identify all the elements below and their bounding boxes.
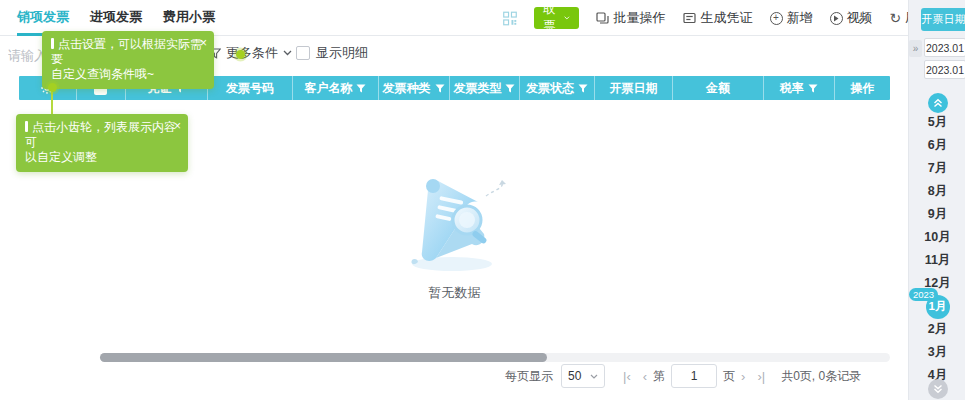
column-invoice-kind-label: 发票种类 [383, 80, 431, 97]
caret-down-icon [590, 374, 598, 379]
filter-icon[interactable] [808, 84, 818, 93]
guide-dot [236, 50, 245, 59]
close-icon[interactable]: × [200, 36, 207, 51]
column-invoice-type[interactable]: 发票类型 [450, 76, 521, 100]
month-item[interactable]: 6月 [909, 134, 965, 157]
per-page-label: 每页显示 [505, 368, 553, 385]
chevrons-down-icon [933, 384, 943, 394]
batch-actions-button[interactable]: 批量操作 [596, 9, 666, 27]
qr-scan-icon[interactable] [503, 11, 517, 25]
month-item[interactable]: 9月 [909, 203, 965, 226]
first-page-button[interactable]: |‹ [623, 369, 631, 384]
batch-actions-label: 批量操作 [614, 9, 666, 27]
column-invoice-date-label: 开票日期 [609, 80, 657, 97]
guide-connector-line [51, 92, 53, 114]
horizontal-scrollbar-thumb[interactable] [100, 353, 547, 362]
column-invoice-date[interactable]: 开票日期 [595, 76, 673, 100]
scroll-months-down-button[interactable] [928, 379, 948, 399]
per-page-select[interactable]: 50 [561, 364, 605, 388]
show-detail-label: 显示明细 [316, 44, 368, 62]
year-badge: 2023 [909, 288, 938, 301]
voucher-icon [683, 11, 697, 25]
column-invoice-status[interactable]: 发票状态 [520, 76, 595, 100]
caret-down-icon [564, 15, 570, 21]
column-invoice-no-label: 发票号码 [226, 80, 274, 97]
batch-icon [596, 11, 610, 25]
get-ticket-label: 取票 [543, 1, 559, 35]
tooltip-text: 自定义查询条件哦~ [51, 67, 154, 81]
guide-dot [48, 83, 57, 92]
more-conditions-button[interactable]: 更多条件 [210, 44, 292, 62]
per-page-value: 50 [568, 369, 581, 383]
column-operation: 操作 [835, 76, 890, 100]
column-amount[interactable]: 金额 [673, 76, 764, 100]
page-suffix-label: 页 [723, 368, 735, 385]
last-page-button[interactable]: ›| [757, 369, 765, 384]
column-customer[interactable]: 客户名称 [293, 76, 379, 100]
column-amount-label: 金额 [706, 80, 730, 97]
month-item[interactable]: 2月 [909, 318, 965, 341]
records-summary: 共0页, 0条记录 [781, 368, 861, 385]
empty-state-text: 暂无数据 [19, 284, 890, 302]
refresh-icon: ↻ [890, 10, 902, 26]
close-icon[interactable]: × [174, 119, 181, 134]
filter-icon[interactable] [505, 84, 515, 93]
filter-icon[interactable] [356, 84, 366, 93]
tooltip-text: 以自定义调整 [25, 150, 97, 164]
generate-voucher-button[interactable]: 生成凭证 [683, 9, 753, 27]
scroll-months-up-button[interactable] [928, 93, 948, 113]
video-icon [830, 12, 843, 25]
month-item[interactable]: 11月 [909, 249, 965, 272]
next-page-button[interactable]: › [741, 369, 745, 384]
invoice-page: 销项发票 进项发票 费用小票 [0, 0, 965, 400]
show-detail-toggle[interactable]: 显示明细 [296, 44, 368, 62]
show-detail-checkbox[interactable] [296, 46, 310, 60]
month-item[interactable]: 3月 [909, 341, 965, 364]
add-new-button[interactable]: + 新增 [770, 9, 813, 27]
tooltip-accent-bar [51, 38, 54, 49]
column-invoice-status-label: 发票状态 [526, 80, 574, 97]
guide-tooltip-search: 点击设置，可以根据实际需要 自定义查询条件哦~ × [42, 31, 214, 89]
tooltip-text: 点击小齿轮，列表展示内容可 [25, 120, 176, 149]
invoice-date-title-button[interactable]: 开票日期 [921, 8, 965, 31]
guide-tooltip-gear: 点击小齿轮，列表展示内容可 以自定义调整 × [16, 114, 188, 172]
more-conditions-label: 更多条件 [226, 44, 278, 62]
month-list: 5月 6月 7月 8月 9月 10月 11月 12月 1月 2月 3月 4月 [909, 111, 965, 387]
column-tax-rate-label: 税率 [780, 80, 804, 97]
horizontal-scrollbar-track[interactable] [100, 353, 890, 362]
date-start-field[interactable]: 2023.01 [924, 38, 965, 57]
column-invoice-type-label: 发票类型 [453, 80, 501, 97]
video-button[interactable]: 视频 [830, 9, 873, 27]
date-end-field[interactable]: 2023.01 [924, 60, 965, 79]
collapse-panel-handle[interactable]: » [909, 40, 922, 57]
prev-page-button[interactable]: ‹ [643, 369, 647, 384]
column-tax-rate[interactable]: 税率 [764, 76, 835, 100]
filter-icon[interactable] [435, 84, 445, 93]
pagination: 每页显示 50 |‹ ‹ 第 页 › ›| 共0页, 0条记录 [505, 362, 861, 390]
add-new-label: 新增 [787, 9, 813, 27]
empty-illustration [390, 172, 520, 276]
column-invoice-no[interactable]: 发票号码 [208, 76, 294, 100]
invoice-date-panel: 开票日期 » 2023.01 2023.01 5月 6月 7月 8月 9月 10… [908, 0, 965, 400]
empty-state: 暂无数据 [19, 172, 890, 302]
column-invoice-kind[interactable]: 发票种类 [379, 76, 450, 100]
plus-icon: + [770, 12, 783, 25]
month-item[interactable]: 7月 [909, 157, 965, 180]
month-item[interactable]: 8月 [909, 180, 965, 203]
page-number-input[interactable] [671, 364, 717, 388]
page-prefix-label: 第 [653, 368, 665, 385]
toolbar: 取票 批量操作 [503, 0, 931, 36]
generate-voucher-label: 生成凭证 [701, 9, 753, 27]
column-operation-label: 操作 [850, 80, 874, 97]
video-label: 视频 [847, 9, 873, 27]
get-ticket-button[interactable]: 取票 [534, 7, 579, 29]
tooltip-text: 点击设置，可以根据实际需要 [51, 37, 202, 66]
column-customer-label: 客户名称 [304, 80, 352, 97]
chevrons-up-icon [933, 98, 943, 108]
month-item[interactable]: 10月 [909, 226, 965, 249]
month-item[interactable]: 5月 [909, 111, 965, 134]
filter-icon[interactable] [578, 84, 588, 93]
caret-down-icon [283, 50, 292, 56]
tooltip-accent-bar [25, 121, 28, 132]
